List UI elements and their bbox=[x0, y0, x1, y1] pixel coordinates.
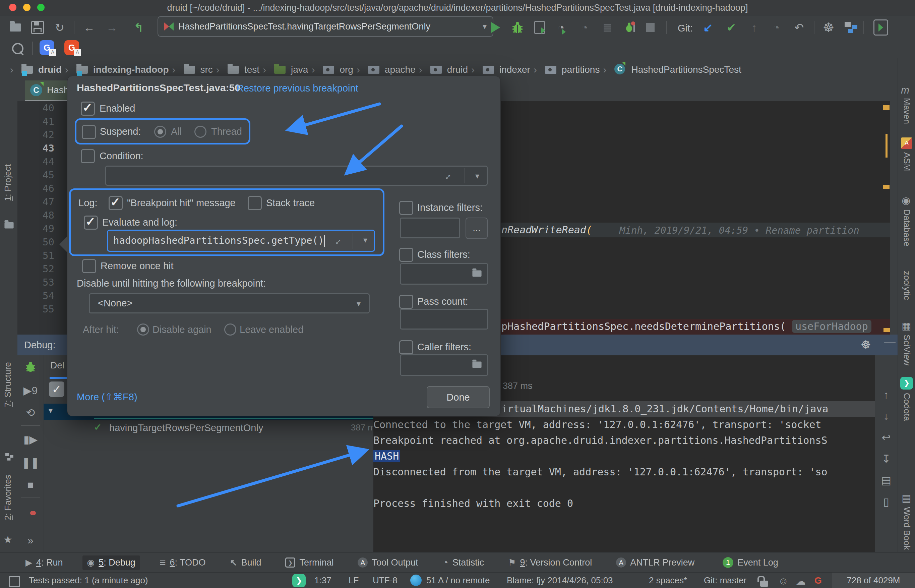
show-passed-toggle[interactable]: ✓ bbox=[49, 381, 65, 397]
hide-panel-icon[interactable]: — bbox=[884, 335, 896, 348]
breadcrumb-item[interactable]: indexing-hadoop bbox=[65, 64, 169, 76]
wrench-icon[interactable]: ☸ bbox=[821, 20, 836, 35]
leave-enabled-radio[interactable] bbox=[224, 323, 236, 336]
test-tree-row[interactable]: ✓ havingTargetRowsPerSegmentOnly 387 ms bbox=[44, 420, 391, 436]
line-number[interactable]: 51 bbox=[18, 249, 54, 262]
line-separator[interactable]: LF bbox=[349, 575, 358, 586]
run-with-configuration-button[interactable]: ≣ bbox=[600, 20, 615, 35]
sidebar-item-codota[interactable]: Codota bbox=[902, 393, 912, 422]
tab-debugger[interactable]: Del bbox=[50, 360, 65, 371]
expand-arrow-icon[interactable]: ▼ bbox=[47, 406, 54, 415]
breadcrumb-item[interactable]: java bbox=[263, 64, 308, 76]
line-number[interactable]: 54 bbox=[18, 289, 54, 302]
caret-position[interactable]: 1:37 bbox=[315, 575, 331, 586]
stack-trace-checkbox[interactable] bbox=[248, 196, 262, 210]
log-expression-input[interactable]: hadoopHashedPartitionsSpec.getType() ↔ ▾ bbox=[107, 229, 375, 252]
pass-count-input[interactable] bbox=[400, 309, 488, 330]
breakpoint-select[interactable]: <None> ▾ bbox=[89, 293, 370, 313]
toolwindow-button[interactable]: 6: TODO bbox=[155, 554, 210, 571]
breadcrumb-item[interactable]: HashedPartitionsSpecTest bbox=[603, 64, 741, 76]
line-number[interactable]: 40 bbox=[18, 101, 54, 115]
lock-icon[interactable] bbox=[760, 577, 768, 587]
terminal-window-icon[interactable] bbox=[873, 20, 888, 35]
breadcrumb-item[interactable]: indexer bbox=[471, 64, 530, 76]
sidebar-item-maven[interactable]: Maven bbox=[902, 98, 912, 125]
folder-icon[interactable] bbox=[471, 361, 483, 370]
toolwindow-button[interactable]: Terminal bbox=[281, 556, 338, 570]
disable-again-radio[interactable] bbox=[137, 323, 149, 336]
enabled-checkbox[interactable] bbox=[81, 102, 95, 116]
pause-icon[interactable]: ❚❚ bbox=[18, 456, 44, 468]
git-update-icon[interactable]: ↙ bbox=[700, 20, 715, 35]
toolwindow-toggle-icon[interactable] bbox=[9, 576, 20, 587]
debug-console[interactable]: irtualMachines/jdk1.8.0_231.jdk/Contents… bbox=[373, 401, 875, 552]
status-message[interactable]: Tests passed: 1 (a minute ago) bbox=[29, 575, 148, 586]
line-number[interactable]: 50 bbox=[18, 235, 54, 249]
done-button[interactable]: Done bbox=[427, 386, 490, 408]
breadcrumb-item[interactable]: org bbox=[311, 64, 353, 76]
sync-icon[interactable]: ↻ bbox=[52, 20, 67, 35]
instance-filters-checkbox[interactable] bbox=[399, 201, 413, 215]
toolwindow-button[interactable]: Statistic bbox=[438, 555, 489, 570]
vcs-changes[interactable]: 51 Δ / no remote bbox=[426, 575, 490, 586]
condition-input[interactable]: ↔ ▾ bbox=[105, 166, 488, 186]
view-breakpoints-icon[interactable]: ●● bbox=[18, 507, 44, 518]
run-button[interactable] bbox=[488, 20, 503, 35]
save-icon[interactable] bbox=[30, 20, 45, 35]
sidebar-item-zoolytic[interactable]: zoolytic bbox=[902, 271, 912, 301]
profiler-2-button[interactable]: ◔ bbox=[577, 20, 592, 35]
caller-filters-input[interactable] bbox=[400, 354, 488, 376]
stop-button[interactable] bbox=[643, 20, 658, 35]
expand-icon[interactable]: ↔ bbox=[330, 234, 344, 248]
caller-filters-checkbox[interactable] bbox=[399, 340, 413, 354]
clear-console-icon[interactable]: ▯ bbox=[883, 496, 889, 508]
chevron-down-icon[interactable]: ▾ bbox=[475, 171, 479, 181]
scroll-up-icon[interactable]: ↑ bbox=[883, 389, 889, 401]
line-number[interactable]: 53 bbox=[18, 276, 54, 289]
search-icon[interactable] bbox=[12, 43, 23, 54]
git-blame-status[interactable]: Blame: fjy 2014/4/26, 05:03 bbox=[507, 575, 613, 586]
breadcrumb-item[interactable]: apache bbox=[357, 64, 416, 76]
toolwindow-button[interactable]: 4: Run bbox=[21, 556, 68, 570]
line-number[interactable]: 46 bbox=[18, 182, 54, 195]
step-over-icon[interactable]: ▮▶ bbox=[18, 433, 44, 446]
rollback-icon[interactable]: ↶ bbox=[792, 20, 807, 35]
run-with-coverage-button[interactable] bbox=[532, 20, 547, 35]
gear-icon[interactable]: ☸ bbox=[861, 338, 871, 351]
translate-orange-icon[interactable]: G bbox=[65, 40, 79, 55]
line-number[interactable]: 45 bbox=[18, 168, 54, 182]
line-number[interactable]: 43 bbox=[18, 142, 54, 155]
sidebar-item-project[interactable]: 1: Project bbox=[3, 164, 13, 202]
line-number[interactable]: 42 bbox=[18, 128, 54, 142]
sidebar-item-sciview[interactable]: SciView bbox=[902, 334, 912, 367]
toolwindow-button[interactable]: Build bbox=[225, 556, 266, 570]
pass-count-checkbox[interactable] bbox=[399, 295, 413, 309]
toolwindow-button[interactable]: 5: Debug bbox=[82, 556, 140, 570]
breakpoint-hit-message-checkbox[interactable] bbox=[108, 196, 123, 210]
file-encoding[interactable]: UTF-8 bbox=[373, 575, 397, 586]
plugin-terminal-icon[interactable]: ❯ bbox=[292, 574, 306, 587]
more-link[interactable]: More (⇧⌘F8) bbox=[77, 391, 137, 402]
more-actions-icon[interactable]: » bbox=[18, 535, 44, 547]
rerun-debug-icon[interactable] bbox=[18, 361, 44, 375]
globe-icon[interactable] bbox=[410, 575, 422, 586]
suspend-checkbox[interactable] bbox=[82, 125, 96, 139]
profiler-button[interactable]: ◔ bbox=[554, 20, 568, 35]
attach-debugger-button[interactable] bbox=[623, 20, 637, 35]
project-structure-icon[interactable] bbox=[844, 20, 859, 35]
git-branch[interactable]: Git: master bbox=[704, 575, 746, 586]
line-number[interactable]: 52 bbox=[18, 262, 54, 276]
google-icon[interactable]: G bbox=[815, 575, 822, 586]
run-configuration-select[interactable]: HashedPartitionsSpecTest.havingTargetRow… bbox=[158, 16, 493, 37]
restore-breakpoint-link[interactable]: Restore previous breakpoint bbox=[237, 83, 358, 94]
indent-setting[interactable]: 2 spaces* bbox=[649, 575, 687, 586]
breadcrumb-item[interactable]: druid bbox=[10, 64, 62, 76]
breadcrumb-item[interactable]: src bbox=[172, 64, 213, 76]
line-number[interactable]: 47 bbox=[18, 195, 54, 208]
git-push-icon[interactable]: ↑ bbox=[747, 20, 762, 35]
suspend-all-radio[interactable] bbox=[154, 126, 166, 138]
toolwindow-button[interactable]: 1 Event Log bbox=[714, 555, 783, 570]
breadcrumb-item[interactable]: partitions bbox=[534, 64, 600, 76]
suspend-thread-radio[interactable] bbox=[194, 126, 207, 138]
evaluate-and-log-checkbox[interactable] bbox=[84, 216, 98, 229]
